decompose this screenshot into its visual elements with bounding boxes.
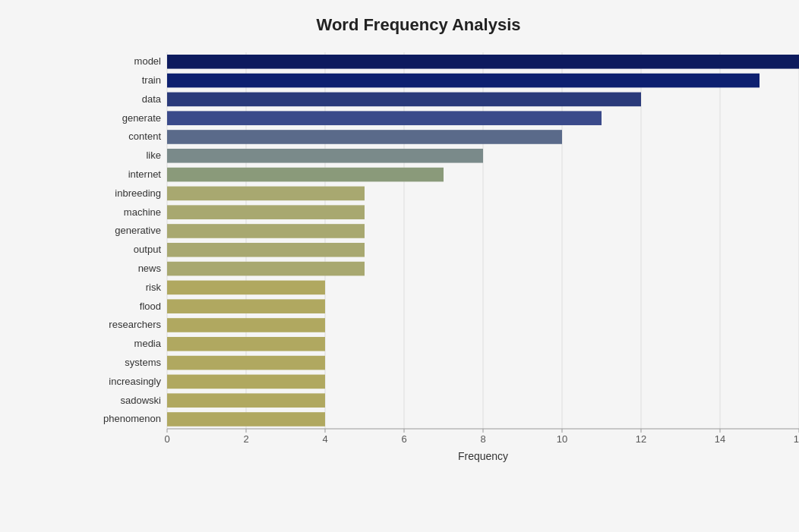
svg-rect-36 — [167, 299, 325, 313]
svg-rect-48 — [167, 412, 325, 427]
svg-text:phenomenon: phenomenon — [103, 413, 161, 424]
svg-text:risk: risk — [146, 282, 162, 293]
svg-text:like: like — [146, 150, 161, 161]
svg-text:content: content — [128, 131, 161, 142]
svg-rect-42 — [167, 356, 325, 370]
svg-text:sadowski: sadowski — [121, 395, 162, 406]
svg-rect-16 — [167, 111, 602, 125]
svg-text:flood: flood — [140, 301, 161, 312]
svg-text:media: media — [134, 338, 162, 349]
svg-rect-22 — [167, 168, 444, 182]
svg-text:6: 6 — [401, 433, 406, 445]
svg-text:generate: generate — [122, 112, 161, 124]
svg-text:14: 14 — [715, 433, 725, 445]
svg-rect-40 — [167, 337, 325, 351]
svg-text:0: 0 — [164, 433, 169, 445]
svg-text:train: train — [142, 74, 161, 86]
svg-text:output: output — [134, 244, 162, 255]
svg-text:internet: internet — [128, 168, 162, 180]
chart-container: Word Frequency Analysis modeltraindatage… — [0, 0, 799, 532]
svg-rect-32 — [167, 262, 365, 276]
svg-rect-28 — [167, 224, 365, 238]
svg-rect-44 — [167, 375, 325, 389]
svg-rect-12 — [167, 74, 760, 88]
svg-text:generative: generative — [115, 225, 161, 236]
svg-text:4: 4 — [322, 433, 327, 445]
svg-rect-24 — [167, 187, 365, 201]
svg-text:increasingly: increasingly — [109, 376, 161, 387]
svg-text:16: 16 — [794, 433, 799, 445]
svg-text:Frequency: Frequency — [458, 450, 508, 462]
svg-text:inbreeding: inbreeding — [115, 187, 161, 199]
svg-text:10: 10 — [557, 433, 567, 445]
svg-rect-34 — [167, 281, 325, 295]
chart-title: Word Frequency Analysis — [84, 15, 753, 35]
svg-text:news: news — [138, 263, 162, 274]
svg-rect-26 — [167, 205, 365, 219]
svg-text:2: 2 — [243, 433, 248, 445]
svg-rect-30 — [167, 243, 365, 257]
svg-rect-18 — [167, 130, 562, 144]
svg-rect-46 — [167, 393, 325, 408]
svg-text:12: 12 — [636, 433, 646, 445]
svg-rect-38 — [167, 318, 325, 332]
svg-text:model: model — [134, 55, 162, 67]
svg-text:researchers: researchers — [109, 319, 161, 330]
svg-text:8: 8 — [480, 433, 485, 445]
svg-text:systems: systems — [125, 357, 161, 368]
svg-text:data: data — [142, 93, 162, 105]
svg-rect-20 — [167, 149, 483, 163]
svg-rect-10 — [167, 55, 799, 69]
svg-rect-14 — [167, 93, 641, 107]
svg-text:machine: machine — [124, 206, 161, 218]
